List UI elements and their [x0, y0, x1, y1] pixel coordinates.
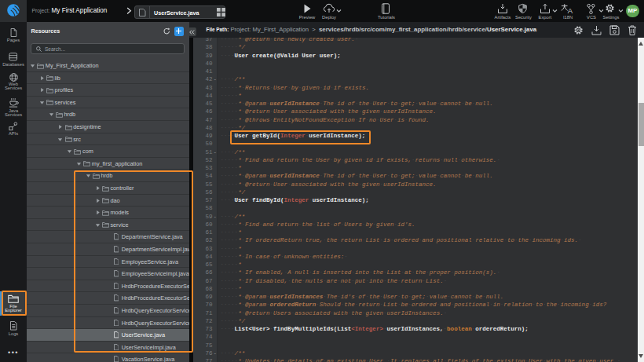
svg-text:A: A [568, 6, 573, 14]
